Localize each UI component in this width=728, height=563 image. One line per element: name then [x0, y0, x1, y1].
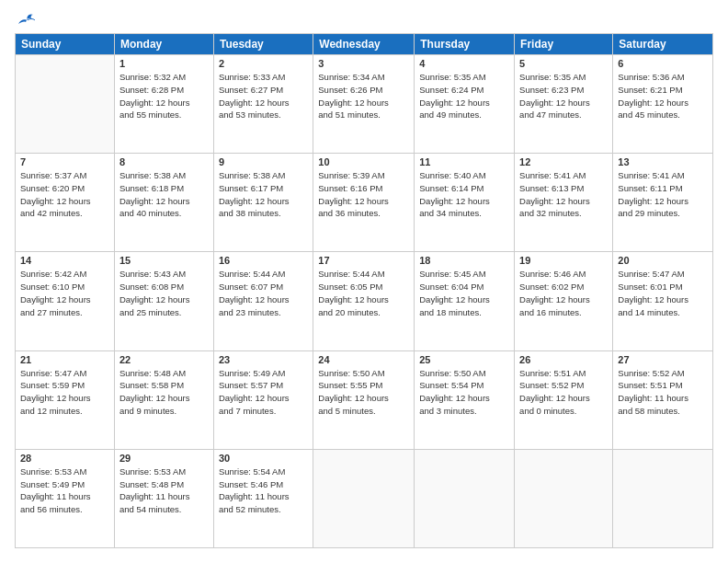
day-number: 15 [119, 255, 209, 266]
calendar-cell: 7Sunrise: 5:37 AM Sunset: 6:20 PM Daylig… [16, 154, 115, 252]
day-info: Sunrise: 5:47 AM Sunset: 6:01 PM Dayligh… [618, 268, 708, 318]
calendar-week-2: 14Sunrise: 5:42 AM Sunset: 6:10 PM Dayli… [16, 252, 713, 350]
weekday-header-monday: Monday [114, 34, 213, 55]
calendar-cell: 5Sunrise: 5:35 AM Sunset: 6:23 PM Daylig… [515, 55, 613, 154]
calendar-cell: 22Sunrise: 5:48 AM Sunset: 5:58 PM Dayli… [114, 350, 213, 449]
calendar-cell: 21Sunrise: 5:47 AM Sunset: 5:59 PM Dayli… [16, 350, 115, 449]
day-info: Sunrise: 5:48 AM Sunset: 5:58 PM Dayligh… [119, 367, 209, 418]
day-info: Sunrise: 5:50 AM Sunset: 5:55 PM Dayligh… [318, 367, 409, 418]
calendar-cell: 20Sunrise: 5:47 AM Sunset: 6:01 PM Dayli… [613, 252, 713, 350]
day-info: Sunrise: 5:49 AM Sunset: 5:57 PM Dayligh… [219, 367, 308, 418]
calendar: SundayMondayTuesdayWednesdayThursdayFrid… [15, 33, 713, 548]
day-number: 10 [318, 156, 409, 167]
calendar-week-0: 1Sunrise: 5:32 AM Sunset: 6:28 PM Daylig… [16, 55, 713, 154]
calendar-cell: 9Sunrise: 5:38 AM Sunset: 6:17 PM Daylig… [213, 154, 313, 252]
weekday-header-wednesday: Wednesday [313, 34, 415, 55]
day-number: 21 [20, 354, 109, 365]
day-number: 22 [119, 354, 209, 365]
day-number: 23 [219, 354, 308, 365]
day-info: Sunrise: 5:41 AM Sunset: 6:13 PM Dayligh… [519, 169, 608, 220]
day-number: 6 [618, 58, 708, 69]
weekday-header-friday: Friday [515, 34, 613, 55]
day-number: 29 [119, 453, 209, 464]
calendar-cell: 2Sunrise: 5:33 AM Sunset: 6:27 PM Daylig… [213, 55, 313, 154]
calendar-cell: 25Sunrise: 5:50 AM Sunset: 5:54 PM Dayli… [415, 350, 515, 449]
calendar-cell: 13Sunrise: 5:41 AM Sunset: 6:11 PM Dayli… [613, 154, 713, 252]
day-number: 25 [419, 354, 509, 365]
day-info: Sunrise: 5:35 AM Sunset: 6:24 PM Dayligh… [419, 71, 509, 121]
calendar-cell: 8Sunrise: 5:38 AM Sunset: 6:18 PM Daylig… [114, 154, 213, 252]
day-number: 27 [618, 354, 708, 365]
calendar-cell: 14Sunrise: 5:42 AM Sunset: 6:10 PM Dayli… [16, 252, 115, 350]
calendar-cell [313, 449, 415, 547]
day-number: 2 [219, 58, 308, 69]
calendar-cell: 10Sunrise: 5:39 AM Sunset: 6:16 PM Dayli… [313, 154, 415, 252]
day-info: Sunrise: 5:43 AM Sunset: 6:08 PM Dayligh… [119, 268, 209, 318]
logo [15, 15, 37, 24]
calendar-cell: 19Sunrise: 5:46 AM Sunset: 6:02 PM Dayli… [515, 252, 613, 350]
day-number: 17 [318, 255, 409, 266]
day-number: 13 [618, 156, 708, 167]
calendar-cell: 26Sunrise: 5:51 AM Sunset: 5:52 PM Dayli… [515, 350, 613, 449]
logo-bird-icon [17, 11, 37, 28]
day-info: Sunrise: 5:51 AM Sunset: 5:52 PM Dayligh… [519, 367, 608, 418]
weekday-header-tuesday: Tuesday [213, 34, 313, 55]
day-info: Sunrise: 5:42 AM Sunset: 6:10 PM Dayligh… [20, 268, 109, 318]
day-info: Sunrise: 5:44 AM Sunset: 6:07 PM Dayligh… [219, 268, 308, 318]
calendar-cell: 3Sunrise: 5:34 AM Sunset: 6:26 PM Daylig… [313, 55, 415, 154]
calendar-cell [515, 449, 613, 547]
day-number: 28 [20, 453, 109, 464]
day-info: Sunrise: 5:47 AM Sunset: 5:59 PM Dayligh… [20, 367, 109, 418]
day-number: 3 [318, 58, 409, 69]
day-info: Sunrise: 5:53 AM Sunset: 5:48 PM Dayligh… [119, 465, 209, 516]
calendar-cell: 28Sunrise: 5:53 AM Sunset: 5:49 PM Dayli… [16, 449, 115, 547]
calendar-cell: 17Sunrise: 5:44 AM Sunset: 6:05 PM Dayli… [313, 252, 415, 350]
day-info: Sunrise: 5:32 AM Sunset: 6:28 PM Dayligh… [119, 71, 209, 121]
calendar-cell: 27Sunrise: 5:52 AM Sunset: 5:51 PM Dayli… [613, 350, 713, 449]
day-number: 12 [519, 156, 608, 167]
day-info: Sunrise: 5:38 AM Sunset: 6:17 PM Dayligh… [219, 169, 308, 220]
day-info: Sunrise: 5:52 AM Sunset: 5:51 PM Dayligh… [618, 367, 708, 418]
calendar-cell: 24Sunrise: 5:50 AM Sunset: 5:55 PM Dayli… [313, 350, 415, 449]
calendar-cell: 4Sunrise: 5:35 AM Sunset: 6:24 PM Daylig… [415, 55, 515, 154]
day-info: Sunrise: 5:38 AM Sunset: 6:18 PM Dayligh… [119, 169, 209, 220]
header [15, 15, 713, 24]
day-info: Sunrise: 5:33 AM Sunset: 6:27 PM Dayligh… [219, 71, 308, 121]
day-number: 24 [318, 354, 409, 365]
day-number: 20 [618, 255, 708, 266]
day-number: 1 [119, 58, 209, 69]
calendar-cell: 12Sunrise: 5:41 AM Sunset: 6:13 PM Dayli… [515, 154, 613, 252]
day-number: 5 [519, 58, 608, 69]
day-info: Sunrise: 5:40 AM Sunset: 6:14 PM Dayligh… [419, 169, 509, 220]
calendar-cell: 30Sunrise: 5:54 AM Sunset: 5:46 PM Dayli… [213, 449, 313, 547]
day-number: 14 [20, 255, 109, 266]
day-info: Sunrise: 5:34 AM Sunset: 6:26 PM Dayligh… [318, 71, 409, 121]
day-info: Sunrise: 5:44 AM Sunset: 6:05 PM Dayligh… [318, 268, 409, 318]
day-info: Sunrise: 5:39 AM Sunset: 6:16 PM Dayligh… [318, 169, 409, 220]
day-number: 8 [119, 156, 209, 167]
calendar-cell: 1Sunrise: 5:32 AM Sunset: 6:28 PM Daylig… [114, 55, 213, 154]
day-number: 11 [419, 156, 509, 167]
calendar-header-row: SundayMondayTuesdayWednesdayThursdayFrid… [16, 34, 713, 55]
calendar-cell: 23Sunrise: 5:49 AM Sunset: 5:57 PM Dayli… [213, 350, 313, 449]
calendar-week-1: 7Sunrise: 5:37 AM Sunset: 6:20 PM Daylig… [16, 154, 713, 252]
calendar-week-3: 21Sunrise: 5:47 AM Sunset: 5:59 PM Dayli… [16, 350, 713, 449]
day-info: Sunrise: 5:41 AM Sunset: 6:11 PM Dayligh… [618, 169, 708, 220]
day-info: Sunrise: 5:53 AM Sunset: 5:49 PM Dayligh… [20, 465, 109, 516]
calendar-cell [613, 449, 713, 547]
day-number: 7 [20, 156, 109, 167]
calendar-cell: 16Sunrise: 5:44 AM Sunset: 6:07 PM Dayli… [213, 252, 313, 350]
day-info: Sunrise: 5:37 AM Sunset: 6:20 PM Dayligh… [20, 169, 109, 220]
calendar-cell: 11Sunrise: 5:40 AM Sunset: 6:14 PM Dayli… [415, 154, 515, 252]
calendar-cell: 29Sunrise: 5:53 AM Sunset: 5:48 PM Dayli… [114, 449, 213, 547]
day-number: 4 [419, 58, 509, 69]
weekday-header-saturday: Saturday [613, 34, 713, 55]
weekday-header-sunday: Sunday [16, 34, 115, 55]
calendar-cell: 18Sunrise: 5:45 AM Sunset: 6:04 PM Dayli… [415, 252, 515, 350]
day-number: 9 [219, 156, 308, 167]
calendar-cell [415, 449, 515, 547]
day-info: Sunrise: 5:50 AM Sunset: 5:54 PM Dayligh… [419, 367, 509, 418]
day-info: Sunrise: 5:35 AM Sunset: 6:23 PM Dayligh… [519, 71, 608, 121]
day-number: 19 [519, 255, 608, 266]
day-info: Sunrise: 5:46 AM Sunset: 6:02 PM Dayligh… [519, 268, 608, 318]
